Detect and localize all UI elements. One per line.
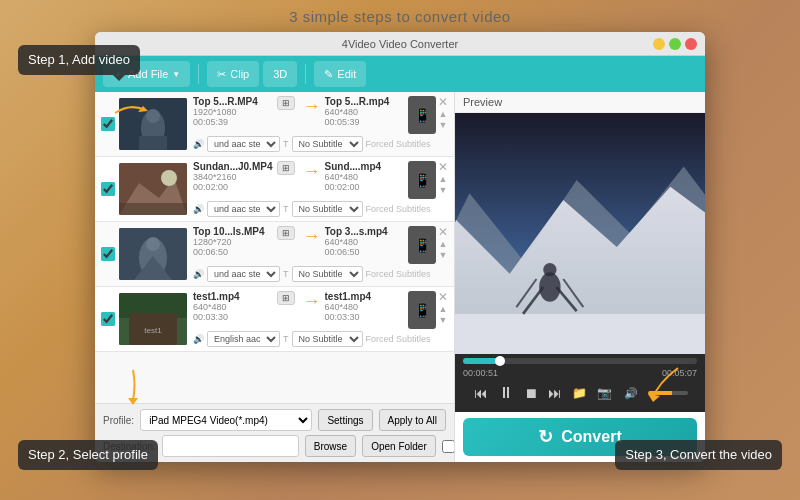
file-1-down-button[interactable]: ▼ xyxy=(438,121,448,130)
file-4-convert-arrow: → xyxy=(303,291,321,312)
file-4-main-row: test1.mp4 640*480 00:03:30 ⊞ → test1.mp4… xyxy=(193,291,448,329)
destination-input[interactable] xyxy=(162,435,299,457)
file-4-info: test1.mp4 640*480 00:03:30 ⊞ → test1.mp4… xyxy=(193,291,448,347)
skip-to-start-button[interactable]: ⏮ xyxy=(472,383,490,403)
file-2-audio-select[interactable]: und aac ste xyxy=(207,201,280,217)
file-2-resolution: 3840*2160 xyxy=(193,172,273,182)
file-3-checkbox[interactable] xyxy=(101,247,115,261)
file-1-device-icon: 📱 xyxy=(408,96,436,134)
merge-checkbox[interactable] xyxy=(442,440,455,453)
apply-all-button[interactable]: Apply to All xyxy=(379,409,446,431)
open-folder-button[interactable]: Open Folder xyxy=(362,435,436,457)
file-2-main-row: Sundan...J0.MP4 3840*2160 00:02:00 ⊞ → S… xyxy=(193,161,448,199)
open-file-button[interactable]: 📁 xyxy=(570,384,589,402)
file-2-info: Sundan...J0.MP4 3840*2160 00:02:00 ⊞ → S… xyxy=(193,161,448,217)
edit-button[interactable]: ✎ Edit xyxy=(314,61,366,87)
file-3-main-row: Top 10...ls.MP4 1280*720 00:06:50 ⊞ → To… xyxy=(193,226,448,264)
svg-rect-10 xyxy=(119,203,187,215)
clip-button[interactable]: ✂ Clip xyxy=(207,61,259,87)
step3-arrow xyxy=(638,358,688,408)
file-4-crop-button[interactable]: ⊞ xyxy=(277,291,295,305)
profile-select[interactable]: iPad MPEG4 Video(*.mp4) xyxy=(140,409,312,431)
close-button[interactable] xyxy=(685,38,697,50)
file-4-subtitle-select[interactable]: No Subtitle xyxy=(292,331,363,347)
file-2-controls: ⊞ xyxy=(277,161,295,175)
file-3-source-info: Top 10...ls.MP4 1280*720 00:06:50 xyxy=(193,226,273,257)
file-4-output-duration: 00:03:30 xyxy=(325,312,405,322)
file-4-up-button[interactable]: ▲ xyxy=(438,305,448,314)
file-2-sub-row: 🔊 und aac ste T No Subtitle Forced Subti… xyxy=(193,201,448,217)
file-1-subtitle-select[interactable]: No Subtitle xyxy=(292,136,363,152)
snapshot-button[interactable]: 📷 xyxy=(595,384,614,402)
thumb-3-image xyxy=(119,228,187,280)
file-3-device-icon: 📱 xyxy=(408,226,436,264)
minimize-button[interactable] xyxy=(653,38,665,50)
3d-button[interactable]: 3D xyxy=(263,61,297,87)
file-2-down-button[interactable]: ▼ xyxy=(438,186,448,195)
file-3-actions: ✕ ▲ ▼ xyxy=(438,226,448,260)
svg-rect-22 xyxy=(455,314,705,354)
stop-button[interactable]: ⏹ xyxy=(522,383,540,403)
file-2-up-button[interactable]: ▲ xyxy=(438,175,448,184)
file-4-down-button[interactable]: ▼ xyxy=(438,316,448,325)
browse-button[interactable]: Browse xyxy=(305,435,356,457)
file-1-checkbox[interactable] xyxy=(101,117,115,131)
file-1-audio-select[interactable]: und aac ste xyxy=(207,136,280,152)
title-bar: 4Video Video Converter xyxy=(95,32,705,56)
file-1-output-resolution: 640*480 xyxy=(325,107,405,117)
play-pause-button[interactable]: ⏸ xyxy=(496,382,516,404)
file-1-main-row: Top 5...R.MP4 1920*1080 00:05:39 ⊞ → Top… xyxy=(193,96,448,134)
file-2-checkbox[interactable] xyxy=(101,182,115,196)
merge-label[interactable]: Merge into one file xyxy=(442,440,455,453)
file-1-crop-button[interactable]: ⊞ xyxy=(277,96,295,110)
file-3-output-duration: 00:06:50 xyxy=(325,247,405,257)
page-title: 3 simple steps to convert video xyxy=(0,0,800,25)
file-3-up-button[interactable]: ▲ xyxy=(438,240,448,249)
convert-icon: ↻ xyxy=(538,426,553,448)
file-3-crop-button[interactable]: ⊞ xyxy=(277,226,295,240)
maximize-button[interactable] xyxy=(669,38,681,50)
file-2-name: Sundan...J0.MP4 xyxy=(193,161,273,172)
file-1-name: Top 5...R.MP4 xyxy=(193,96,273,107)
file-1-remove-button[interactable]: ✕ xyxy=(438,96,448,108)
toolbar-sep-2 xyxy=(305,64,306,84)
file-1-up-button[interactable]: ▲ xyxy=(438,110,448,119)
file-1-output-duration: 00:05:39 xyxy=(325,117,405,127)
file-3-audio-select[interactable]: und aac ste xyxy=(207,266,280,282)
toolbar: ＋ Add File ▼ ✂ Clip 3D ✎ Edit xyxy=(95,56,705,92)
file-2-subtitle-select[interactable]: No Subtitle xyxy=(292,201,363,217)
file-4-checkbox[interactable] xyxy=(101,312,115,326)
file-1-source-info: Top 5...R.MP4 1920*1080 00:05:39 xyxy=(193,96,273,127)
file-2-thumbnail xyxy=(119,163,187,215)
step1-arrow xyxy=(110,98,150,118)
skip-to-end-button[interactable]: ⏭ xyxy=(546,383,564,403)
file-4-audio-select[interactable]: English aac xyxy=(207,331,280,347)
file-3-convert-arrow: → xyxy=(303,226,321,247)
file-4-device-icon: 📱 xyxy=(408,291,436,329)
file-2-remove-button[interactable]: ✕ xyxy=(438,161,448,173)
file-2-convert-arrow: → xyxy=(303,161,321,182)
file-4-duration: 00:03:30 xyxy=(193,312,273,322)
preview-video-svg xyxy=(455,113,705,354)
profile-label: Profile: xyxy=(103,415,134,426)
3d-label: 3D xyxy=(273,68,287,80)
file-2-output-resolution: 640*480 xyxy=(325,172,405,182)
file-list-scroll[interactable]: Top 5...R.MP4 1920*1080 00:05:39 ⊞ → Top… xyxy=(95,92,454,403)
file-3-down-button[interactable]: ▼ xyxy=(438,251,448,260)
settings-button[interactable]: Settings xyxy=(318,409,372,431)
file-2-crop-button[interactable]: ⊞ xyxy=(277,161,295,175)
file-3-subtitle-select[interactable]: No Subtitle xyxy=(292,266,363,282)
file-2-output-info: Sund....mp4 640*480 00:02:00 xyxy=(325,161,405,192)
file-3-output-resolution: 640*480 xyxy=(325,237,405,247)
add-file-dropdown-icon: ▼ xyxy=(172,70,180,79)
file-3-forced-label: Forced Subtitles xyxy=(366,269,431,279)
file-4-output-resolution: 640*480 xyxy=(325,302,405,312)
file-3-controls: ⊞ xyxy=(277,226,295,240)
table-row: Sundan...J0.MP4 3840*2160 00:02:00 ⊞ → S… xyxy=(95,157,454,222)
file-3-output-info: Top 3...s.mp4 640*480 00:06:50 xyxy=(325,226,405,257)
file-3-remove-button[interactable]: ✕ xyxy=(438,226,448,238)
progress-thumb[interactable] xyxy=(495,356,505,366)
file-1-controls: ⊞ xyxy=(277,96,295,110)
file-1-forced-label: Forced Subtitles xyxy=(366,139,431,149)
file-4-remove-button[interactable]: ✕ xyxy=(438,291,448,303)
